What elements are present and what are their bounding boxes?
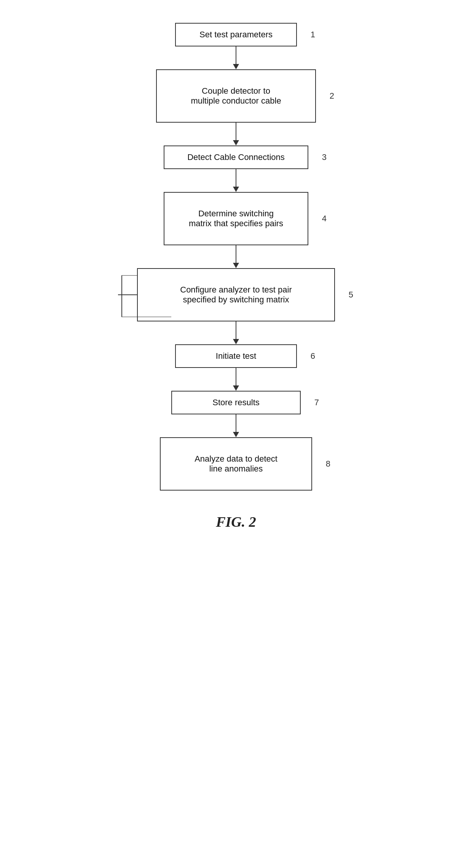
step-2-box: Couple detector to multiple conductor ca…	[156, 69, 316, 123]
arrow-line	[236, 169, 236, 187]
step-6-number: 6	[311, 351, 315, 361]
step-7-box: Store results 7	[171, 391, 301, 414]
step-4-box: Determine switching matrix that specifie…	[164, 192, 308, 245]
arrow-line	[236, 46, 236, 64]
step-4-number: 4	[322, 214, 327, 224]
step-1-label: Set test parameters	[199, 30, 273, 39]
step-8-number: 8	[326, 459, 330, 469]
step-3-number: 3	[322, 152, 327, 162]
step-5-box: Configure analyzer to test pair specifie…	[137, 268, 335, 321]
loop-section: Configure analyzer to test pair specifie…	[103, 268, 369, 414]
step-3-box: Detect Cable Connections 3	[164, 145, 308, 169]
step-1-number: 1	[311, 30, 315, 40]
step-4-label: Determine switching matrix that specifie…	[189, 209, 283, 228]
step-6-box: Initiate test 6	[175, 344, 297, 368]
arrow-7-8	[233, 414, 239, 437]
figure-caption: FIG. 2	[216, 513, 256, 530]
arrow-head	[233, 339, 239, 344]
arrow-line	[236, 414, 236, 432]
arrow-head	[233, 187, 239, 192]
step-5-number: 5	[349, 290, 353, 300]
arrow-4-5	[233, 245, 239, 268]
arrow-1-2	[233, 46, 239, 69]
arrow-6-7	[233, 368, 239, 391]
step-8-box: Analyze data to detect line anomalies 8	[160, 437, 312, 491]
step-5-label: Configure analyzer to test pair specifie…	[180, 285, 292, 304]
arrow-head	[233, 140, 239, 145]
step-1-box: Set test parameters 1	[175, 23, 297, 46]
flowchart-container: Set test parameters 1 Couple detector to…	[103, 23, 369, 530]
arrow-line	[236, 245, 236, 263]
arrow-head	[233, 385, 239, 391]
arrow-line	[236, 123, 236, 140]
arrow-5-6	[233, 321, 239, 344]
step-2-number: 2	[330, 91, 334, 101]
step-2-label: Couple detector to multiple conductor ca…	[191, 86, 281, 106]
arrow-3-4	[233, 169, 239, 192]
step-3-label: Detect Cable Connections	[187, 152, 285, 162]
arrow-line	[236, 368, 236, 385]
arrow-head	[233, 263, 239, 268]
step-6-label: Initiate test	[216, 351, 256, 361]
arrow-head	[233, 432, 239, 437]
step-7-number: 7	[314, 398, 319, 408]
arrow-line	[236, 321, 236, 339]
arrow-2-3	[233, 123, 239, 145]
step-7-label: Store results	[212, 398, 260, 407]
step-8-label: Analyze data to detect line anomalies	[195, 454, 277, 473]
arrow-head	[233, 64, 239, 69]
